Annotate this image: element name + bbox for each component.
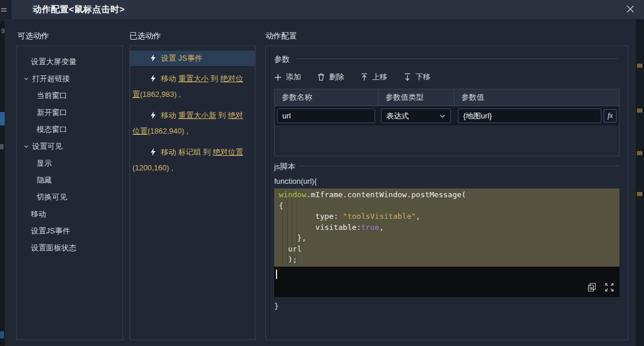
param-type-value: 表达式 [386, 111, 409, 121]
copy-code-button[interactable] [587, 283, 596, 292]
action-text: (1862,983) , [140, 90, 181, 99]
tree-item-新开窗口[interactable]: 新开窗口 [17, 104, 123, 121]
param-value-input[interactable] [458, 109, 601, 123]
fullscreen-code-button[interactable] [605, 283, 614, 292]
param-name-input[interactable] [277, 109, 375, 123]
selected-actions-panel: 设置 JS事件移动 重置大小 到 绝对位置(1862,983) ,移动 重置大小… [130, 46, 256, 340]
backdrop-fragment [637, 151, 642, 155]
indent-guide [287, 200, 288, 265]
close-icon [626, 5, 634, 15]
tree-item-切换可见[interactable]: 切换可见 [17, 188, 123, 205]
action-target-link[interactable]: 重置大小 [178, 74, 209, 83]
move-up-icon [360, 73, 368, 81]
backdrop-highlight-fragment [0, 112, 5, 125]
params-table: 参数名称 参数值类型 参数值 表达式 [274, 89, 620, 156]
tree-item-显示[interactable]: 显示 [17, 155, 123, 172]
available-actions-panel: 设置大屏变量打开超链接当前窗口新开窗口模态窗口设置可见显示隐藏切换可见移动设置J… [16, 46, 123, 340]
indent-guide [296, 200, 297, 265]
delete-param-button[interactable]: 删除 [317, 72, 344, 82]
tree-item-当前窗口[interactable]: 当前窗口 [17, 87, 123, 104]
code-line: }, [279, 233, 620, 244]
trash-icon [317, 73, 325, 81]
params-table-header: 参数名称 参数值类型 参数值 [275, 89, 619, 106]
selected-action-item[interactable]: 设置 JS事件 [130, 51, 255, 66]
available-actions-label: 可选动作 [18, 31, 49, 41]
backdrop-fragment [0, 331, 4, 338]
move-down-label: 下移 [415, 72, 430, 82]
selected-action-item[interactable]: 移动 标记组 到 绝对位置(1200,160) , [130, 144, 255, 176]
code-line: ); [279, 254, 620, 265]
tree-item-label: 设置JS事件 [31, 226, 70, 236]
tree-item-label: 设置可见 [32, 141, 62, 152]
action-config-panel: 参数 添加 删除 [265, 46, 628, 340]
params-section-label: 参数 [274, 54, 290, 65]
dialog-title: 动作配置<鼠标点击时> [33, 4, 125, 15]
code-line: { [279, 201, 620, 212]
tree-item-移动[interactable]: 移动 [17, 205, 123, 222]
tree-item-模态窗口[interactable]: 模态窗口 [17, 121, 123, 138]
params-toolbar: 添加 删除 上移 下移 [274, 72, 430, 82]
action-text: 到 [209, 74, 220, 83]
text-cursor [276, 270, 277, 279]
action-target-link[interactable]: 重置大小新 [178, 111, 216, 120]
js-code-editor[interactable]: window.mIframe.contentWindow.postMessage… [274, 188, 620, 297]
action-text: 移动 [161, 111, 178, 120]
code-line: window.mIframe.contentWindow.postMessage… [279, 190, 620, 201]
tree-item-设置大屏变量[interactable]: 设置大屏变量 [17, 53, 123, 70]
action-text: (1200,160) , [132, 163, 173, 172]
tree-item-隐藏[interactable]: 隐藏 [17, 172, 123, 188]
lightning-icon [150, 111, 156, 119]
backdrop-right [636, 19, 644, 346]
param-row: 表达式 fx [275, 106, 619, 125]
param-name-header: 参数名称 [275, 89, 379, 106]
move-param-up-button[interactable]: 上移 [360, 72, 387, 82]
action-target-link[interactable]: 绝对位置 [213, 148, 243, 156]
chevron-down-icon [23, 144, 29, 149]
param-type-select[interactable]: 表达式 [381, 109, 451, 123]
move-down-icon [404, 73, 411, 81]
divider [299, 166, 618, 166]
tree-item-设置面板状态[interactable]: 设置面板状态 [17, 239, 123, 256]
action-text: 移动 [161, 74, 178, 83]
code-line: visitable:true, [279, 222, 620, 233]
tree-item-label: 当前窗口 [37, 90, 67, 101]
tree-item-label: 模态窗口 [37, 124, 67, 135]
lightning-icon [150, 148, 156, 156]
tree-item-label: 移动 [31, 209, 46, 219]
move-up-label: 上移 [372, 72, 387, 82]
close-button[interactable] [624, 4, 636, 16]
tree-item-label: 显示 [37, 158, 52, 169]
indent-guide [292, 200, 292, 265]
move-param-down-button[interactable]: 下移 [404, 72, 430, 82]
tree-item-设置JS事件[interactable]: 设置JS事件 [17, 222, 123, 239]
tree-item-label: 隐藏 [37, 175, 52, 186]
selected-action-item[interactable]: 移动 重置大小 到 绝对位置(1862,983) , [130, 71, 255, 102]
tree-item-打开超链接[interactable]: 打开超链接 [17, 70, 123, 87]
tree-item-label: 打开超链接 [32, 74, 70, 84]
selected-actions-label: 已选动作 [130, 31, 161, 41]
plus-icon [274, 74, 282, 81]
screen: 9 可选动作 已选动作 动作配置 设置大屏变量打开超链接当前窗口新开窗口模态窗口… [0, 0, 644, 346]
code-line: type: "toolsVisitable", [279, 211, 620, 222]
tree-item-设置可见[interactable]: 设置可见 [17, 138, 123, 155]
chevron-down-icon [439, 111, 446, 120]
function-signature: function(url){ [274, 177, 317, 186]
param-type-header: 参数值类型 [379, 89, 454, 106]
js-script-section-label: js脚本 [274, 162, 296, 172]
fx-expression-button[interactable]: fx [604, 109, 617, 123]
action-text: (1862,940) , [148, 127, 188, 135]
add-param-label: 添加 [286, 72, 301, 82]
backdrop-fragment [637, 64, 642, 68]
backdrop-top-left [0, 0, 12, 21]
chevron-down-icon [23, 76, 29, 82]
add-param-button[interactable]: 添加 [274, 72, 301, 82]
dialog-titlebar: 动作配置<鼠标点击时> [12, 0, 644, 19]
param-value-header: 参数值 [454, 89, 619, 106]
action-text: 到 [216, 111, 228, 120]
indent-guide [282, 200, 283, 265]
action-text: 移动 标记组 到 [161, 148, 213, 156]
lightning-icon [150, 75, 156, 82]
backdrop-fragment [637, 192, 642, 196]
code-selection: window.mIframe.contentWindow.postMessage… [274, 188, 620, 267]
selected-action-item[interactable]: 移动 重置大小新 到 绝对位置(1862,940) , [130, 107, 255, 139]
